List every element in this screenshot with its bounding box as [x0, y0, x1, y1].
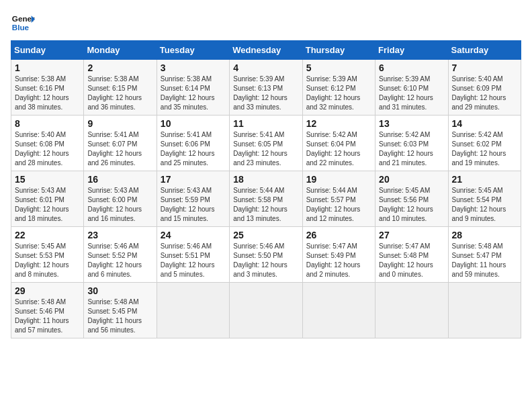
- calendar-cell: 16Sunrise: 5:43 AM Sunset: 6:00 PM Dayli…: [84, 171, 157, 227]
- calendar-cell: 29Sunrise: 5:48 AM Sunset: 5:46 PM Dayli…: [11, 283, 84, 338]
- calendar-cell: 9Sunrise: 5:41 AM Sunset: 6:07 PM Daylig…: [84, 116, 157, 171]
- day-info: Sunrise: 5:43 AM Sunset: 6:01 PM Dayligh…: [15, 186, 80, 224]
- day-info: Sunrise: 5:42 AM Sunset: 6:02 PM Dayligh…: [452, 130, 517, 168]
- day-number: 17: [161, 174, 226, 185]
- calendar-cell: 11Sunrise: 5:41 AM Sunset: 6:05 PM Dayli…: [230, 116, 302, 171]
- day-number: 12: [306, 118, 371, 129]
- day-header-tuesday: Tuesday: [157, 41, 229, 60]
- day-number: 13: [379, 118, 444, 129]
- day-info: Sunrise: 5:41 AM Sunset: 6:05 PM Dayligh…: [233, 130, 298, 168]
- day-info: Sunrise: 5:46 AM Sunset: 5:50 PM Dayligh…: [233, 242, 298, 279]
- day-number: 30: [87, 285, 152, 296]
- day-number: 10: [161, 118, 226, 129]
- day-info: Sunrise: 5:42 AM Sunset: 6:04 PM Dayligh…: [306, 130, 371, 168]
- day-header-wednesday: Wednesday: [230, 41, 302, 60]
- day-info: Sunrise: 5:46 AM Sunset: 5:51 PM Dayligh…: [161, 242, 226, 279]
- day-number: 22: [15, 230, 80, 240]
- day-info: Sunrise: 5:38 AM Sunset: 6:15 PM Dayligh…: [87, 75, 152, 112]
- day-header-monday: Monday: [84, 41, 157, 60]
- day-info: Sunrise: 5:40 AM Sunset: 6:08 PM Dayligh…: [15, 130, 80, 168]
- day-info: Sunrise: 5:48 AM Sunset: 5:46 PM Dayligh…: [15, 298, 80, 335]
- calendar-cell: 14Sunrise: 5:42 AM Sunset: 6:02 PM Dayli…: [448, 116, 521, 171]
- day-number: 25: [233, 230, 298, 240]
- day-header-sunday: Sunday: [11, 41, 84, 60]
- day-number: 28: [452, 230, 517, 240]
- calendar-cell: 8Sunrise: 5:40 AM Sunset: 6:08 PM Daylig…: [11, 116, 84, 171]
- day-number: 19: [306, 174, 371, 185]
- calendar-table: SundayMondayTuesdayWednesdayThursdayFrid…: [11, 40, 521, 338]
- logo-icon: General Blue: [11, 11, 35, 35]
- calendar-cell: 21Sunrise: 5:45 AM Sunset: 5:54 PM Dayli…: [448, 171, 521, 227]
- day-info: Sunrise: 5:48 AM Sunset: 5:45 PM Dayligh…: [87, 298, 152, 335]
- calendar-cell: [157, 283, 229, 338]
- calendar-cell: 5Sunrise: 5:39 AM Sunset: 6:12 PM Daylig…: [302, 60, 375, 116]
- calendar-cell: 2Sunrise: 5:38 AM Sunset: 6:15 PM Daylig…: [84, 60, 157, 116]
- day-header-saturday: Saturday: [448, 41, 521, 60]
- calendar-cell: 6Sunrise: 5:39 AM Sunset: 6:10 PM Daylig…: [375, 60, 448, 116]
- calendar-cell: [375, 283, 448, 338]
- day-number: 20: [379, 174, 444, 185]
- day-number: 4: [233, 62, 298, 73]
- day-info: Sunrise: 5:41 AM Sunset: 6:06 PM Dayligh…: [161, 130, 226, 168]
- calendar-week-1: 1Sunrise: 5:38 AM Sunset: 6:16 PM Daylig…: [11, 60, 521, 116]
- day-number: 23: [87, 230, 152, 240]
- day-number: 18: [233, 174, 298, 185]
- day-header-thursday: Thursday: [302, 41, 375, 60]
- day-info: Sunrise: 5:48 AM Sunset: 5:47 PM Dayligh…: [452, 242, 517, 279]
- calendar-cell: [448, 283, 521, 338]
- day-number: 16: [87, 174, 152, 185]
- day-number: 15: [15, 174, 80, 185]
- day-info: Sunrise: 5:47 AM Sunset: 5:49 PM Dayligh…: [306, 242, 371, 279]
- day-info: Sunrise: 5:46 AM Sunset: 5:52 PM Dayligh…: [87, 242, 152, 279]
- calendar-cell: 15Sunrise: 5:43 AM Sunset: 6:01 PM Dayli…: [11, 171, 84, 227]
- day-number: 11: [233, 118, 298, 129]
- calendar-cell: 7Sunrise: 5:40 AM Sunset: 6:09 PM Daylig…: [448, 60, 521, 116]
- day-info: Sunrise: 5:43 AM Sunset: 6:00 PM Dayligh…: [87, 186, 152, 224]
- header-row: SundayMondayTuesdayWednesdayThursdayFrid…: [11, 41, 521, 60]
- calendar-cell: 26Sunrise: 5:47 AM Sunset: 5:49 PM Dayli…: [302, 227, 375, 283]
- day-number: 2: [87, 62, 152, 73]
- day-number: 26: [306, 230, 371, 240]
- day-number: 27: [379, 230, 444, 240]
- day-number: 3: [161, 62, 226, 73]
- day-number: 1: [15, 62, 80, 73]
- day-number: 29: [15, 285, 80, 296]
- day-info: Sunrise: 5:39 AM Sunset: 6:12 PM Dayligh…: [306, 75, 371, 112]
- day-header-friday: Friday: [375, 41, 448, 60]
- day-info: Sunrise: 5:38 AM Sunset: 6:16 PM Dayligh…: [15, 75, 80, 112]
- day-number: 14: [452, 118, 517, 129]
- day-info: Sunrise: 5:39 AM Sunset: 6:13 PM Dayligh…: [233, 75, 298, 112]
- calendar-cell: 20Sunrise: 5:45 AM Sunset: 5:56 PM Dayli…: [375, 171, 448, 227]
- logo: General Blue: [11, 11, 35, 35]
- day-number: 8: [15, 118, 80, 129]
- calendar-cell: [230, 283, 302, 338]
- day-number: 24: [161, 230, 226, 240]
- calendar-cell: 17Sunrise: 5:43 AM Sunset: 5:59 PM Dayli…: [157, 171, 229, 227]
- calendar-cell: 30Sunrise: 5:48 AM Sunset: 5:45 PM Dayli…: [84, 283, 157, 338]
- calendar-cell: 10Sunrise: 5:41 AM Sunset: 6:06 PM Dayli…: [157, 116, 229, 171]
- calendar-week-5: 29Sunrise: 5:48 AM Sunset: 5:46 PM Dayli…: [11, 283, 521, 338]
- day-info: Sunrise: 5:47 AM Sunset: 5:48 PM Dayligh…: [379, 242, 444, 279]
- day-info: Sunrise: 5:42 AM Sunset: 6:03 PM Dayligh…: [379, 130, 444, 168]
- calendar-cell: 22Sunrise: 5:45 AM Sunset: 5:53 PM Dayli…: [11, 227, 84, 283]
- day-info: Sunrise: 5:45 AM Sunset: 5:53 PM Dayligh…: [15, 242, 80, 279]
- calendar-cell: 4Sunrise: 5:39 AM Sunset: 6:13 PM Daylig…: [230, 60, 302, 116]
- calendar-cell: 18Sunrise: 5:44 AM Sunset: 5:58 PM Dayli…: [230, 171, 302, 227]
- calendar-cell: 13Sunrise: 5:42 AM Sunset: 6:03 PM Dayli…: [375, 116, 448, 171]
- calendar-cell: 19Sunrise: 5:44 AM Sunset: 5:57 PM Dayli…: [302, 171, 375, 227]
- day-info: Sunrise: 5:44 AM Sunset: 5:57 PM Dayligh…: [306, 186, 371, 224]
- header: General Blue: [11, 11, 521, 35]
- day-info: Sunrise: 5:43 AM Sunset: 5:59 PM Dayligh…: [161, 186, 226, 224]
- calendar-cell: 1Sunrise: 5:38 AM Sunset: 6:16 PM Daylig…: [11, 60, 84, 116]
- day-number: 6: [379, 62, 444, 73]
- calendar-cell: 28Sunrise: 5:48 AM Sunset: 5:47 PM Dayli…: [448, 227, 521, 283]
- day-info: Sunrise: 5:39 AM Sunset: 6:10 PM Dayligh…: [379, 75, 444, 112]
- day-info: Sunrise: 5:40 AM Sunset: 6:09 PM Dayligh…: [452, 75, 517, 112]
- calendar-cell: 27Sunrise: 5:47 AM Sunset: 5:48 PM Dayli…: [375, 227, 448, 283]
- day-info: Sunrise: 5:41 AM Sunset: 6:07 PM Dayligh…: [87, 130, 152, 168]
- calendar-cell: [302, 283, 375, 338]
- calendar-week-3: 15Sunrise: 5:43 AM Sunset: 6:01 PM Dayli…: [11, 171, 521, 227]
- day-info: Sunrise: 5:45 AM Sunset: 5:56 PM Dayligh…: [379, 186, 444, 224]
- day-number: 9: [87, 118, 152, 129]
- day-number: 7: [452, 62, 517, 73]
